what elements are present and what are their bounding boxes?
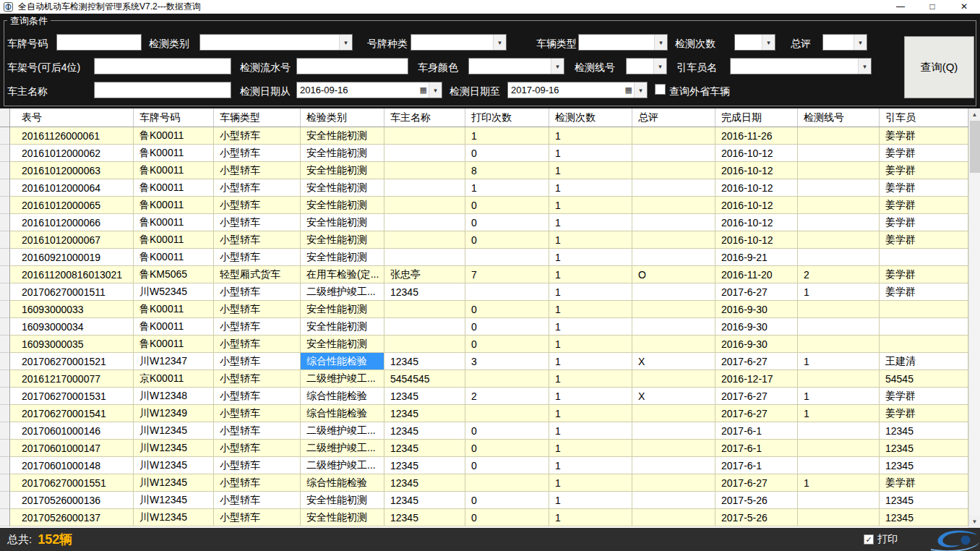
table-cell[interactable]: 姜学群 [880,162,968,179]
table-cell[interactable]: 2016-10-12 [715,145,798,162]
column-header-3[interactable]: 检验类别 [301,108,384,127]
table-cell[interactable]: 安全性能初测 [301,301,384,318]
table-cell[interactable] [798,197,880,214]
table-cell[interactable]: 小型轿车 [214,457,301,474]
table-cell[interactable] [798,127,880,145]
table-cell[interactable]: 20170601000148 [10,457,134,474]
table-cell[interactable]: 1 [465,179,549,197]
table-cell[interactable]: 小型轿车 [214,405,301,422]
table-cell[interactable]: 0 [465,492,549,509]
table-cell[interactable]: 川W12345 [134,422,214,440]
table-cell[interactable]: 16093000033 [10,301,134,318]
table-cell[interactable] [798,231,880,249]
table-cell[interactable]: 小型轿车 [214,353,301,370]
minimize-button[interactable]: — [885,0,916,13]
table-cell[interactable]: 安全性能初测 [301,336,384,353]
owner-name-input[interactable] [94,82,231,98]
table-cell[interactable]: 201706270001541 [10,405,134,422]
table-cell[interactable]: 鲁K00011 [134,231,214,249]
table-row[interactable]: 20170526000137川W12345小型轿车安全性能初测123450120… [0,509,980,526]
table-cell[interactable] [880,249,968,266]
table-cell[interactable]: 20161012000067 [10,231,134,249]
table-cell[interactable] [798,318,880,336]
table-cell[interactable] [632,162,715,179]
table-cell[interactable] [465,283,549,301]
table-cell[interactable]: 12345 [384,509,465,526]
table-cell[interactable]: 5454545 [384,370,465,388]
table-cell[interactable]: 轻型厢式货车 [214,266,301,283]
serial-input[interactable] [296,58,408,74]
table-cell[interactable]: 综合性能检验 [301,405,384,422]
table-row[interactable]: 20161012000064鲁K00011小型轿车安全性能初测112016-10… [0,179,980,197]
table-row[interactable]: 20170601000148川W12345小型轿车二级维护竣工...123450… [0,457,980,474]
table-cell[interactable]: 小型轿车 [214,231,301,249]
table-cell[interactable]: 2016-11-26 [715,127,798,145]
table-cell[interactable]: 1 [798,405,880,422]
table-cell[interactable] [632,405,715,422]
table-cell[interactable]: 1 [549,336,632,353]
table-cell[interactable]: 1 [549,283,632,301]
date-to-datepicker[interactable]: 2017-09-16▦▾ [507,82,648,98]
table-cell[interactable] [632,422,715,440]
table-cell[interactable]: 201706270001551 [10,474,134,492]
table-cell[interactable]: 20161012000065 [10,197,134,214]
table-cell[interactable]: 201706270001531 [10,388,134,405]
table-cell[interactable] [384,127,465,145]
table-cell[interactable]: 12345 [384,283,465,301]
table-cell[interactable] [384,231,465,249]
table-cell[interactable] [632,336,715,353]
table-cell[interactable]: 0 [465,214,549,231]
table-cell[interactable] [798,162,880,179]
table-cell[interactable]: 小型轿车 [214,336,301,353]
table-row[interactable]: 20161012000062鲁K00011小型轿车安全性能初测012016-10… [0,145,980,162]
table-cell[interactable]: 姜学群 [880,283,968,301]
table-cell[interactable] [798,457,880,474]
chevron-down-icon[interactable]: ▾ [429,82,442,98]
table-cell[interactable]: 1 [549,162,632,179]
table-cell[interactable]: 安全性能初测 [301,162,384,179]
column-header-9[interactable]: 检测线号 [798,108,880,127]
close-button[interactable]: ✕ [948,0,980,13]
table-cell[interactable] [465,405,549,422]
table-cell[interactable]: 1 [549,440,632,457]
table-cell[interactable]: 1 [549,179,632,197]
column-header-1[interactable]: 车牌号码 [134,108,214,127]
table-row[interactable]: 16093000035鲁K00011小型轿车安全性能初测012016-9-30 [0,336,980,353]
table-cell[interactable]: 小型轿车 [214,492,301,509]
column-header-7[interactable]: 总评 [632,108,715,127]
table-cell[interactable]: 小型轿车 [214,388,301,405]
table-cell[interactable]: 20161012000066 [10,214,134,231]
table-cell[interactable]: 小型轿车 [214,474,301,492]
table-cell[interactable] [798,301,880,318]
table-cell[interactable]: 12345 [880,509,968,526]
table-cell[interactable] [465,249,549,266]
table-row[interactable]: 201706270001511川W52345小型轿车二级维护竣工...12345… [0,283,980,301]
check-count-dropdown[interactable]: ▾ [734,34,775,51]
table-row[interactable]: 20161126000061鲁K00011小型轿车安全性能初测112016-11… [0,127,980,145]
check-category-dropdown[interactable]: ▾ [199,34,353,51]
table-cell[interactable]: 54545 [880,370,968,388]
table-cell[interactable]: 安全性能初测 [301,179,384,197]
driver-name-dropdown[interactable]: ▾ [730,58,872,74]
table-cell[interactable]: 12345 [384,492,465,509]
table-cell[interactable]: 1 [549,231,632,249]
table-cell[interactable] [798,422,880,440]
column-header-10[interactable]: 引车员 [880,108,968,127]
table-cell[interactable]: 20161012000063 [10,162,134,179]
chevron-down-icon[interactable]: ▾ [762,35,775,50]
table-cell[interactable]: 2017-5-26 [715,492,798,509]
table-cell[interactable]: 1 [549,388,632,405]
table-cell[interactable] [384,318,465,336]
table-cell[interactable]: 2017-6-1 [715,457,798,474]
table-cell[interactable]: 2016-10-12 [715,179,798,197]
print-checkbox[interactable]: ✓ [864,534,874,544]
table-cell[interactable]: 12345 [880,457,968,474]
table-cell[interactable]: 姜学群 [880,214,968,231]
table-cell[interactable]: 小型轿车 [214,301,301,318]
table-row[interactable]: 201706270001551川W12345小型轿车综合性能检验12345120… [0,474,980,492]
table-cell[interactable]: 2016-9-30 [715,318,798,336]
table-row[interactable]: 20161012000063鲁K00011小型轿车安全性能初测812016-10… [0,162,980,179]
table-cell[interactable] [632,179,715,197]
table-cell[interactable]: 姜学群 [880,231,968,249]
table-cell[interactable]: 12345 [880,422,968,440]
